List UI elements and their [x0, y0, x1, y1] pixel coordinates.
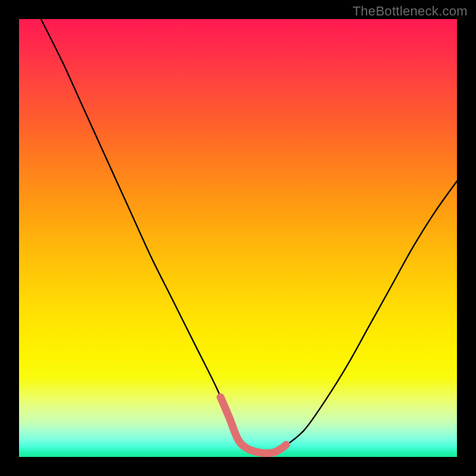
accent-segment	[221, 397, 286, 453]
curve-layer	[19, 19, 457, 457]
primary-curve	[41, 19, 457, 453]
chart-frame: TheBottleneck.com	[0, 0, 476, 476]
watermark-text: TheBottleneck.com	[353, 4, 468, 19]
plot-area	[19, 19, 457, 457]
